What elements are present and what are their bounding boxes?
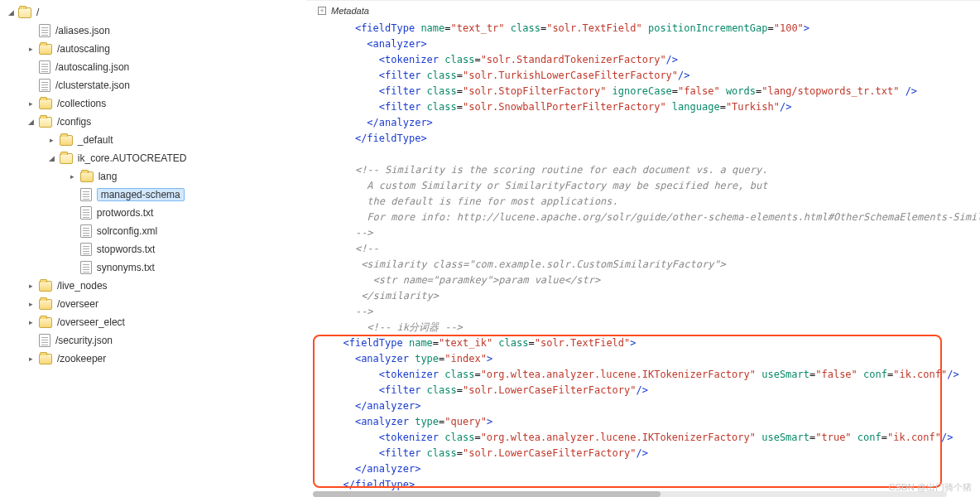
file-icon [80, 224, 92, 238]
tree-item[interactable]: ▸/overseer_elect [7, 313, 306, 331]
tree-item[interactable]: ▸/overseer [7, 295, 306, 313]
expand-icon[interactable]: ▸ [27, 282, 36, 290]
file-icon [80, 261, 92, 274]
tree-item-label: _default [78, 134, 113, 146]
collapse-icon[interactable]: ◢ [48, 154, 56, 162]
horizontal-scrollbar[interactable] [313, 491, 947, 497]
file-tree: ◢ / /aliases.json ▸/autoscaling /autosca… [0, 0, 306, 497]
tree-item-label: /collections [57, 98, 106, 109]
tree-item-label: /clusterstate.json [55, 80, 130, 91]
content-panel: + Metadata <fieldType name="text_tr" cla… [306, 0, 980, 497]
tree-root-label: / [36, 7, 39, 18]
folder-icon [39, 281, 52, 292]
file-icon [39, 60, 50, 74]
expand-icon[interactable]: ▸ [27, 45, 36, 53]
tree-item-label: /zookeeper [57, 353, 106, 364]
tree-item[interactable]: ▸/live_nodes [7, 277, 306, 295]
tree-item-label: solrconfig.xml [97, 225, 157, 237]
tree-item[interactable]: synonyms.txt [7, 258, 306, 277]
file-icon [80, 188, 92, 201]
code-viewer[interactable]: <fieldType name="text_tr" class="solr.Te… [306, 21, 980, 497]
tree-item-label: /live_nodes [57, 280, 108, 292]
tree-item[interactable]: stopwords.txt [7, 240, 306, 258]
tree-item[interactable]: ▸/zookeeper [7, 350, 306, 368]
tree-item-label: synonyms.txt [97, 262, 155, 273]
watermark: CSDN @出门骑个猪 [889, 481, 972, 494]
expand-icon[interactable]: + [318, 7, 326, 15]
tree-item-label: /autoscaling [57, 43, 110, 55]
metadata-title: Metadata [331, 6, 369, 16]
expand-icon[interactable]: ▸ [27, 99, 36, 108]
folder-icon [39, 299, 52, 310]
folder-icon [18, 7, 31, 18]
file-icon [80, 243, 92, 256]
collapse-icon[interactable]: ◢ [7, 8, 15, 17]
folder-icon [80, 171, 94, 182]
collapse-icon[interactable]: ◢ [27, 118, 36, 126]
expand-icon[interactable]: ▸ [27, 300, 36, 308]
tree-item[interactable]: ▸lang [7, 167, 306, 186]
tree-item-label: lang [98, 171, 118, 182]
tree-item[interactable]: managed-schema [7, 186, 306, 204]
tree-item[interactable]: ▸_default [7, 131, 306, 149]
tree-item[interactable]: ▸/collections [7, 94, 306, 113]
folder-icon [39, 117, 52, 128]
folder-icon [39, 354, 52, 364]
file-icon [39, 334, 50, 347]
tree-item-label: protwords.txt [97, 207, 154, 219]
tree-root[interactable]: ◢ / [7, 3, 306, 22]
folder-icon [39, 317, 52, 328]
tree-item-label: /overseer [57, 298, 98, 310]
tree-item-label: /overseer_elect [57, 316, 125, 328]
metadata-header[interactable]: + Metadata [318, 6, 980, 16]
expand-icon[interactable]: ▸ [69, 172, 77, 181]
folder-icon [39, 44, 52, 55]
file-icon [39, 24, 50, 37]
tree-item[interactable]: /aliases.json [7, 22, 306, 40]
tree-item[interactable]: /clusterstate.json [7, 76, 306, 94]
folder-icon [60, 153, 73, 164]
folder-icon [60, 135, 73, 146]
tree-item-label: /security.json [55, 335, 113, 346]
folder-icon [39, 99, 52, 109]
tree-item[interactable]: /autoscaling.json [7, 58, 306, 76]
tree-item-label: managed-schema [97, 188, 185, 201]
tree-item[interactable]: ▸/autoscaling [7, 40, 306, 58]
tree-item[interactable]: ◢/configs [7, 113, 306, 131]
tree-item[interactable]: solrconfig.xml [7, 222, 306, 240]
tree-item-label: ik_core.AUTOCREATED [78, 152, 187, 164]
expand-icon[interactable]: ▸ [48, 136, 56, 144]
expand-icon[interactable]: ▸ [27, 318, 36, 326]
tree-item-label: /aliases.json [55, 25, 110, 36]
tree-item[interactable]: protwords.txt [7, 204, 306, 222]
tree-item-label: /autoscaling.json [55, 61, 129, 73]
tree-item[interactable]: /security.json [7, 331, 306, 350]
file-icon [39, 79, 50, 92]
expand-icon[interactable]: ▸ [27, 355, 36, 363]
file-icon [80, 206, 92, 220]
tree-item-label: /configs [57, 116, 91, 128]
tree-item-label: stopwords.txt [97, 244, 156, 255]
tree-item[interactable]: ◢ik_core.AUTOCREATED [7, 149, 306, 167]
